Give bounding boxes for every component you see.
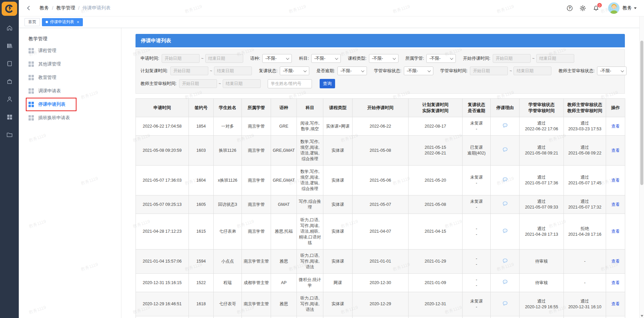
view-link[interactable]: 查看 xyxy=(611,280,620,285)
cell-manager: 南京学管主管 xyxy=(242,292,271,316)
comment-bubble-icon[interactable] xyxy=(502,301,508,306)
teacher-audit-start-input[interactable] xyxy=(179,79,217,88)
person-icon[interactable] xyxy=(6,96,13,102)
apply-time-end-input[interactable] xyxy=(205,54,243,63)
cell-student-name: 程瑞 xyxy=(214,274,242,292)
cell-stop-reason xyxy=(491,249,520,274)
settings-gear-icon[interactable] xyxy=(580,5,586,11)
back-chevron-icon[interactable] xyxy=(26,5,31,11)
home-icon[interactable] xyxy=(6,25,13,31)
user-menu-caret-icon[interactable] xyxy=(634,7,637,9)
cell-resume-status: 未复课- xyxy=(463,292,491,316)
cell-course-type: 网课 xyxy=(323,274,353,292)
username-label[interactable]: 教务 xyxy=(623,5,632,11)
view-link[interactable]: 查看 xyxy=(611,259,620,264)
cell-resume-time: 2021-04-15 xyxy=(409,214,463,249)
mgr-audit-status-select[interactable]: -不限- xyxy=(404,66,433,75)
cell-teacher-audit: 通过2021-01-05 13:40 xyxy=(564,316,606,318)
mgr-audit-start-input[interactable] xyxy=(470,66,508,75)
teacher-audit-status-select[interactable]: -不限- xyxy=(597,66,627,75)
grid-icon xyxy=(29,75,34,80)
sidebar-item-stop-class-list[interactable]: 停课申请列表 xyxy=(19,98,121,111)
view-link[interactable]: 查看 xyxy=(611,302,620,306)
cell-student-name: 一对多 xyxy=(214,117,242,136)
stop-start-end-input[interactable] xyxy=(536,54,574,63)
filter-panel: 申请时间: ~ 语种: -不限- 科目: -不限- 课程类型: xyxy=(136,49,625,94)
query-button[interactable]: 查询 xyxy=(320,79,335,88)
view-link[interactable]: 查看 xyxy=(611,202,620,207)
sidebar-item-classroom-management[interactable]: 教室管理 xyxy=(19,71,121,84)
icon-rail xyxy=(0,0,19,318)
tab-home[interactable]: 首页 xyxy=(24,18,40,26)
cell-student-name: x换班1126 xyxy=(214,166,242,195)
breadcrumb-item[interactable]: 教学管理 xyxy=(56,5,75,11)
plan-resume-start-input[interactable] xyxy=(170,66,208,75)
cell-apply-time: 2021-05-07 09:25:13 xyxy=(136,195,189,214)
notification-badge: 0 xyxy=(597,3,602,8)
stop-start-begin-input[interactable] xyxy=(493,54,531,63)
filter-label-manager: 所属学管: xyxy=(406,55,424,61)
view-link[interactable]: 查看 xyxy=(611,148,620,153)
subject-select[interactable]: -不限- xyxy=(311,54,341,63)
page-title: 停课申请列表 xyxy=(136,34,625,47)
blocks-icon[interactable] xyxy=(6,113,13,120)
cell-sign-no: 1854 xyxy=(189,117,214,136)
cell-resume-status: 已复课逾期(1) xyxy=(463,316,491,318)
notification-bell-icon[interactable]: 0 xyxy=(593,5,599,11)
mgr-audit-end-input[interactable] xyxy=(514,66,551,75)
comment-bubble-icon[interactable] xyxy=(502,123,508,128)
cell-manager: 南京学管 xyxy=(242,117,271,136)
sidebar-item-label: 教室管理 xyxy=(38,75,56,81)
app-logo[interactable] xyxy=(2,2,17,16)
sidebar-item-reschedule-application[interactable]: 调课申请表 xyxy=(19,84,121,98)
bag-icon[interactable] xyxy=(6,78,13,85)
comment-bubble-icon[interactable] xyxy=(502,279,508,284)
tab-close-icon[interactable]: × xyxy=(77,20,79,25)
language-select[interactable]: -不限- xyxy=(262,54,292,63)
cell-language: 雅思 xyxy=(271,249,297,274)
vertical-scrollbar[interactable] xyxy=(639,16,644,318)
comment-bubble-icon[interactable] xyxy=(502,201,508,206)
overdue-select[interactable]: -不限- xyxy=(337,66,367,75)
plan-resume-end-input[interactable] xyxy=(214,66,252,75)
cell-resume-time: 2021-05-152022-06-21 xyxy=(409,136,463,166)
folder-icon[interactable] xyxy=(6,131,13,138)
resume-status-select[interactable]: -不限- xyxy=(280,66,309,75)
manager-select[interactable]: -不限- xyxy=(426,54,456,63)
view-link[interactable]: 查看 xyxy=(611,124,620,129)
user-avatar[interactable] xyxy=(608,2,620,14)
comment-bubble-icon[interactable] xyxy=(502,147,508,152)
scrollbar-down-arrow-icon[interactable] xyxy=(641,315,643,317)
comment-bubble-icon xyxy=(502,123,508,128)
tab-stop-class-list[interactable]: 停课申请列表 × xyxy=(42,18,83,26)
table-row: 2020-12-29 16:46:511618七仔表哥南京学管主管雅思听力,口语… xyxy=(136,292,625,316)
scrollbar-thumb[interactable] xyxy=(640,41,643,185)
sidebar-item-class-transfer-application[interactable]: 插班换班申请表 xyxy=(19,111,121,125)
library-icon[interactable] xyxy=(6,42,13,49)
teacher-audit-end-input[interactable] xyxy=(223,79,261,88)
view-link[interactable]: 查看 xyxy=(611,229,620,234)
help-icon[interactable]: ? xyxy=(567,5,573,11)
course-type-select[interactable]: -不限- xyxy=(369,54,398,63)
view-link[interactable]: 查看 xyxy=(611,178,620,183)
student-search-input[interactable] xyxy=(268,79,312,88)
cell-action: 查看 xyxy=(606,274,625,292)
breadcrumb: 教务 / 教学管理 / 停课申请列表 xyxy=(40,5,111,11)
column-header: 课程类型 xyxy=(323,99,353,117)
top-header: 教务 / 教学管理 / 停课申请列表 ? 0 教务 xyxy=(19,0,644,16)
topbar-actions: ? 0 教务 xyxy=(560,2,644,14)
cell-resume-status: 已复课逾期(402) xyxy=(463,136,491,166)
sidebar-item-course-management[interactable]: 课程管理 xyxy=(19,44,121,57)
cell-resume-time: 2020-12-31 xyxy=(409,292,463,316)
cell-sign-no: 1618 xyxy=(189,292,214,316)
column-header: 停课理由 xyxy=(491,99,520,117)
apply-time-start-input[interactable] xyxy=(162,54,200,63)
cell-language: GRE,GMAT xyxy=(271,166,297,195)
comment-bubble-icon[interactable] xyxy=(502,258,508,263)
comment-bubble-icon[interactable] xyxy=(502,228,508,233)
comment-bubble-icon[interactable] xyxy=(502,177,508,182)
notebook-icon[interactable] xyxy=(6,60,13,67)
breadcrumb-item[interactable]: 教务 xyxy=(40,5,49,11)
sidebar-item-other-course-management[interactable]: 其他课管理 xyxy=(19,57,121,71)
column-header: 科目 xyxy=(297,99,323,117)
